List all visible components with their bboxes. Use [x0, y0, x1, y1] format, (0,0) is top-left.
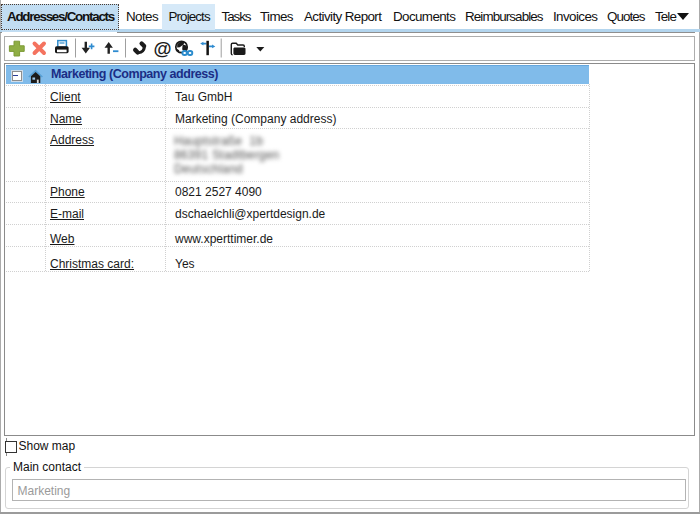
svg-text:@: @	[154, 38, 172, 59]
